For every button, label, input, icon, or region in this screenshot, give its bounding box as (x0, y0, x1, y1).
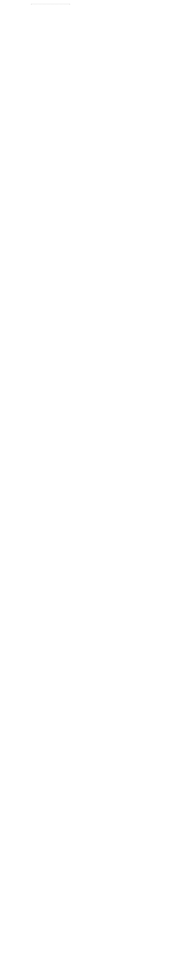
attributes-group-container: attributes partidThe identifier of the p… (31, 4, 70, 5)
